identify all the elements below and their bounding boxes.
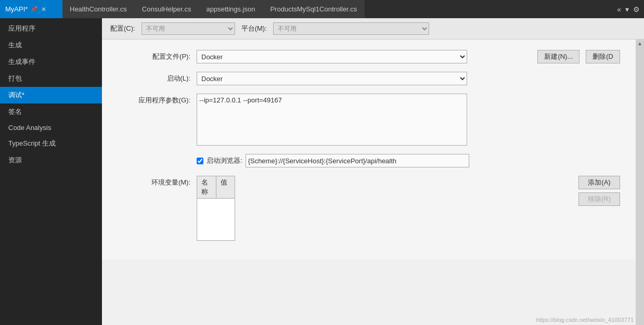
env-col-name: 名称 (197, 176, 216, 198)
tab-appsettings[interactable]: appsettings.json (199, 0, 263, 18)
close-icon[interactable]: ✕ (41, 6, 46, 13)
sidebar-item-package[interactable]: 打包 (0, 70, 102, 87)
env-row: 环境变量(M): 名称 值 (118, 176, 620, 241)
scroll-up-icon[interactable]: ▲ (637, 41, 642, 46)
profile-select[interactable]: Docker (197, 50, 467, 63)
tab-controls: « ▾ ⚙ (613, 5, 644, 14)
config-select[interactable]: 不可用 (141, 22, 235, 35)
args-textarea[interactable] (197, 94, 467, 146)
sidebar-item-code-analysis[interactable]: Code Analysis (0, 120, 102, 135)
args-row: 应用程序参数(G): (118, 94, 620, 146)
config-bar: 配置(C): 不可用 平台(M): 不可用 (102, 18, 644, 40)
watermark: https://blog.csdn.net/weixin_41003771 (536, 317, 634, 323)
args-control-wrap (197, 94, 620, 146)
sidebar-item-resources[interactable]: 资源 (0, 152, 102, 168)
sidebar: 应用程序 生成 生成事件 打包 调试* 签名 Code Analysis Typ… (0, 18, 102, 325)
browser-checkbox[interactable] (197, 158, 203, 164)
platform-label: 平台(M): (241, 24, 267, 33)
browser-row: 启动浏览器: (118, 154, 620, 167)
form-and-buttons: 配置文件(P): Docker 新建(N)... 删除(D 启动(L): (102, 40, 636, 325)
env-side-buttons: 添加(A) 移除(R) (578, 176, 620, 206)
env-col-value: 值 (216, 176, 235, 198)
new-button[interactable]: 新建(N)... (537, 50, 579, 63)
settings-icon[interactable]: ⚙ (633, 5, 640, 14)
env-control-wrap: 名称 值 (197, 176, 572, 241)
nav-down-icon[interactable]: ▾ (625, 5, 629, 14)
tab-health-controller[interactable]: HealthController.cs (62, 0, 135, 18)
project-tab[interactable]: MyAPI* 📌 ✕ (0, 0, 62, 18)
sidebar-item-build[interactable]: 生成 (0, 37, 102, 54)
nav-left-icon[interactable]: « (617, 5, 621, 14)
args-label: 应用程序参数(G): (118, 94, 190, 105)
content-panel: 配置(C): 不可用 平台(M): 不可用 配置文件(P): (102, 18, 644, 325)
sidebar-item-app[interactable]: 应用程序 (0, 20, 102, 37)
env-table-body (197, 199, 235, 240)
tab-bar: MyAPI* 📌 ✕ HealthController.cs ConsulHel… (0, 0, 644, 18)
profile-row: 配置文件(P): Docker 新建(N)... 删除(D (118, 50, 620, 63)
sidebar-item-typescript[interactable]: TypeScript 生成 (0, 135, 102, 152)
content-scroll-area: 配置文件(P): Docker 新建(N)... 删除(D 启动(L): (102, 40, 644, 325)
launch-control-wrap: Docker (197, 72, 620, 85)
sidebar-item-debug[interactable]: 调试* (0, 87, 102, 103)
env-table: 名称 值 (197, 176, 235, 241)
browser-url-input[interactable] (246, 154, 469, 167)
browser-label: 启动浏览器: (207, 156, 242, 165)
delete-button[interactable]: 删除(D (586, 50, 620, 63)
launch-row: 启动(L): Docker (118, 72, 620, 85)
form-scroll: 配置文件(P): Docker 新建(N)... 删除(D 启动(L): (102, 40, 636, 325)
main-area: 应用程序 生成 生成事件 打包 调试* 签名 Code Analysis Typ… (0, 18, 644, 325)
sidebar-item-signing[interactable]: 签名 (0, 103, 102, 120)
remove-button[interactable]: 移除(R) (578, 192, 620, 206)
launch-label: 启动(L): (118, 72, 190, 83)
tab-consul-helper[interactable]: ConsulHelper.cs (135, 0, 199, 18)
tab-products-controller[interactable]: ProductsMySql1Controller.cs (263, 0, 365, 18)
form-area: 配置文件(P): Docker 新建(N)... 删除(D 启动(L): (102, 40, 636, 259)
sidebar-item-build-events[interactable]: 生成事件 (0, 54, 102, 70)
env-table-header: 名称 值 (197, 176, 235, 199)
config-label: 配置(C): (110, 24, 135, 33)
profile-control-wrap: Docker (197, 50, 531, 63)
pin-icon[interactable]: 📌 (31, 6, 38, 12)
launch-select[interactable]: Docker (197, 72, 467, 85)
add-button[interactable]: 添加(A) (578, 176, 620, 189)
project-tab-label: MyAPI* (5, 5, 28, 13)
scroll-indicator: ▲ (636, 40, 644, 325)
profile-label: 配置文件(P): (118, 50, 190, 61)
platform-select[interactable]: 不可用 (273, 22, 429, 35)
env-label: 环境变量(M): (118, 176, 190, 187)
